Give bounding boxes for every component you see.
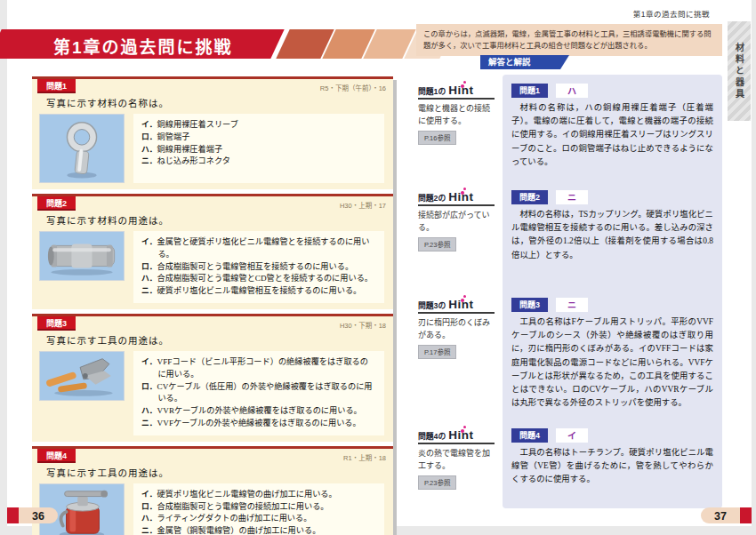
option-1-ni: ニ．ねじ込み形コネクタ [141,156,376,168]
question-3-content: イ．VFFコード（ビニル平形コード）の絶縁被覆をはぎ取るのに用いる。 ロ．CVケ… [32,351,393,435]
option-2-ni: ニ．硬質ポリ塩化ビニル電線管相互を接続するのに用いる。 [141,285,376,298]
option-3-ni: ニ．VVFケーブルの外装や絶縁被覆をはぎ取るのに用いる。 [141,418,376,430]
question-1-prompt: 写真に示す材料の名称は。 [32,93,393,114]
answers-section: 問題1の Hint 電線と機器との接続に使用する。 P.16参照 問題1 ハ 材… [418,75,722,510]
option-4-ha: ハ．ライティングダクトの曲げ加工に用いる。 [141,513,376,525]
question-3-prompt: 写真に示す工具の用途は。 [32,331,393,351]
question-4-header: 問題4 R1・上期・18 [32,449,393,463]
option-3-i: イ．VFFコード（ビニル平形コード）の絶縁被覆をはぎ取るのに用いる。 [141,356,376,381]
hint-2: 問題2の Hint 接続部が広がっている。 P.23参照 [418,190,495,262]
hint-3-title: 問題3の Hint [418,298,495,314]
answer-3-header: 問題3 ニ [511,298,713,312]
question-4-content: イ．硬質ポリ塩化ビニル電線管の曲げ加工に用いる。 ロ．合成樹脂製可とう電線管の接… [32,483,393,535]
hint-3-text: 刃に楕円形のくぼみがある。 [418,317,495,341]
option-1-ro: ロ．銅管端子 [141,132,376,144]
book-spread: 第1章の過去問に挑戦 第1章の過去問に挑戦 この章からは，点滅器類，電線，金属管… [0,0,756,535]
question-3-badge: 問題3 [37,316,76,331]
answer-1-letter: ハ [556,84,588,98]
answer-4-header: 問題4 イ [511,428,713,443]
hint-2-title: 問題2の Hint [418,190,495,206]
ring-terminal-photo [39,114,125,183]
hint-2-text: 接続部が広がっている。 [418,210,495,234]
cable-stripper-photo [39,351,125,401]
question-4-source: R1・上期・18 [343,452,386,462]
answer-1: 問題1 ハ 材料の名称は，ハの銅線用裸圧着端子（圧着端子）。電線の端に圧着して，… [511,84,713,169]
question-2-header: 問題2 H30・上期・17 [32,196,393,211]
option-1-i: イ．銅線用裸圧着スリーブ [141,119,376,132]
question-list: 問題1 R5・下期（午前）・16 写真に示す材料の名称は。 イ．銅線用裸圧着スリ… [32,76,393,535]
answer-2-explanation: 材料の名称は，TSカップリング。硬質ポリ塩化ビニル電線管相互を接続するのに用いる… [511,208,713,262]
question-1-options: イ．銅線用裸圧着スリーブ ロ．銅管端子 ハ．銅線用裸圧着端子 ニ．ねじ込み形コネ… [133,114,384,183]
chapter-title: 第1章の過去問に挑戦 [53,34,233,58]
answer-4-letter: イ [556,428,588,443]
answer-2-badge: 問題2 [511,190,548,204]
question-3-header: 問題3 H30・下期・18 [32,316,393,331]
answer-1-explanation: 材料の名称は，ハの銅線用裸圧着端子（圧着端子）。電線の端に圧着して，電線と機器の… [511,101,713,169]
page-number-right-marker [740,507,752,523]
side-chapter-tab: 材料と器具 [728,21,751,121]
question-2-content: イ．金属管と硬質ポリ塩化ビニル電線管とを接続するのに用いる。 ロ．合成樹脂製可と… [32,231,393,303]
pipe-coupling-photo [39,231,125,281]
option-4-ni: ニ．金属管（鋼製電線管）の曲げ加工に用いる。 [141,525,376,535]
answers-section-header: 解答と解説 [480,55,569,69]
hint-logo: Hint [448,84,473,97]
answer-3-letter: ニ [556,298,588,312]
page-number-left: 36 [7,507,58,523]
option-2-i: イ．金属管と硬質ポリ塩化ビニル電線管とを接続するのに用いる。 [141,236,376,261]
option-4-ro: ロ．合成樹脂製可とう電線管の接続加工に用いる。 [141,501,376,514]
answer-row-4: 問題4の Hint 炎の熱で電線管を加工する。 P.23参照 問題4 イ 工具の… [418,428,722,490]
question-1-content: イ．銅線用裸圧着スリーブ ロ．銅管端子 ハ．銅線用裸圧着端子 ニ．ねじ込み形コネ… [32,114,393,183]
question-block-3: 問題3 H30・下期・18 写真に示す工具の用途は。 イ．VFFコード [32,314,393,442]
question-3-options: イ．VFFコード（ビニル平形コード）の絶縁被覆をはぎ取るのに用いる。 ロ．CVケ… [133,351,384,435]
option-2-ha: ハ．合成樹脂製可とう電線管とCD管とを接続するのに用いる。 [141,273,376,285]
answer-4: 問題4 イ 工具の名称はトーチランプ。硬質ポリ塩化ビニル電線管（VE管）を曲げる… [511,428,713,490]
hint-1-page-ref: P.16参照 [418,131,456,145]
chapter-banner: 第1章の過去問に挑戦 [7,29,425,59]
answer-1-badge: 問題1 [511,84,548,98]
hint-1-title: 問題1の Hint [418,84,495,100]
question-4-badge: 問題4 [37,449,76,463]
page-number-left-marker [7,507,19,523]
running-header: 第1章の過去問に挑戦 [633,8,710,19]
question-4-options: イ．硬質ポリ塩化ビニル電線管の曲げ加工に用いる。 ロ．合成樹脂製可とう電線管の接… [133,483,384,535]
hint-1: 問題1の Hint 電線と機器との接続に使用する。 P.16参照 [418,84,495,169]
question-block-1: 問題1 R5・下期（午前）・16 写真に示す材料の名称は。 イ．銅線用裸圧着スリ… [32,76,393,189]
answer-row-2: 問題2の Hint 接続部が広がっている。 P.23参照 問題2 ニ 材料の名称… [418,190,722,262]
question-1-source: R5・下期（午前）・16 [320,83,386,92]
chapter-intro-note: この章からは，点滅器類，電線，金属管工事の材料と工具，三相誘導電動機に関する問題… [416,24,722,56]
answer-row-1: 問題1の Hint 電線と機器との接続に使用する。 P.16参照 問題1 ハ 材… [418,84,722,169]
hint-3: 問題3の Hint 刃に楕円形のくぼみがある。 P.17参照 [418,298,495,411]
answer-1-header: 問題1 ハ [511,84,713,98]
hint-4-title: 問題4の Hint [418,428,495,444]
answer-3: 問題3 ニ 工具の名称はFケーブル用ストリッパ。平形のVVFケーブルのシース（外… [511,298,713,411]
question-block-4: 問題4 R1・上期・18 写真に示す工具の用途は。 [32,446,393,535]
option-2-ro: ロ．合成樹脂製可とう電線管相互を接続するのに用いる。 [141,261,376,274]
question-block-2: 問題2 H30・上期・17 写真に示す材料の用途は。 [32,194,393,309]
question-4-prompt: 写真に示す工具の用途は。 [32,463,393,483]
hint-4-page-ref: P.23参照 [418,475,456,490]
answer-2: 問題2 ニ 材料の名称は，TSカップリング。硬質ポリ塩化ビニル電線管相互を接続す… [511,190,713,262]
option-3-ro: ロ．CVケーブル（低圧用）の外装や絶縁被覆をはぎ取るのに用いる。 [141,381,376,406]
hint-4: 問題4の Hint 炎の熱で電線管を加工する。 P.23参照 [418,428,495,490]
option-1-ha: ハ．銅線用裸圧着端子 [141,144,376,156]
question-2-prompt: 写真に示す材料の用途は。 [32,211,393,231]
question-1-badge: 問題1 [37,79,76,93]
answer-2-header: 問題2 ニ [511,190,713,204]
answer-4-explanation: 工具の名称はトーチランプ。硬質ポリ塩化ビニル電線管（VE管）を曲げるために，管を… [511,446,713,487]
option-3-ha: ハ．VVRケーブルの外装や絶縁被覆をはぎ取るのに用いる。 [141,405,376,418]
question-2-badge: 問題2 [37,196,76,211]
question-3-source: H30・下期・18 [340,320,386,330]
hint-logo: Hint [448,298,473,311]
answer-3-badge: 問題3 [511,298,548,312]
hint-4-text: 炎の熱で電線管を加工する。 [418,448,495,472]
answer-2-letter: ニ [556,190,588,204]
hint-1-text: 電線と機器との接続に使用する。 [418,103,495,127]
hint-3-page-ref: P.17参照 [418,345,456,359]
answer-4-badge: 問題4 [511,428,548,443]
option-4-i: イ．硬質ポリ塩化ビニル電線管の曲げ加工に用いる。 [141,489,376,501]
hint-logo: Hint [448,428,473,442]
question-2-options: イ．金属管と硬質ポリ塩化ビニル電線管とを接続するのに用いる。 ロ．合成樹脂製可と… [133,231,384,303]
hint-2-page-ref: P.23参照 [418,237,456,252]
page-number-right: 37 [701,507,752,523]
question-2-source: H30・上期・17 [340,200,386,210]
